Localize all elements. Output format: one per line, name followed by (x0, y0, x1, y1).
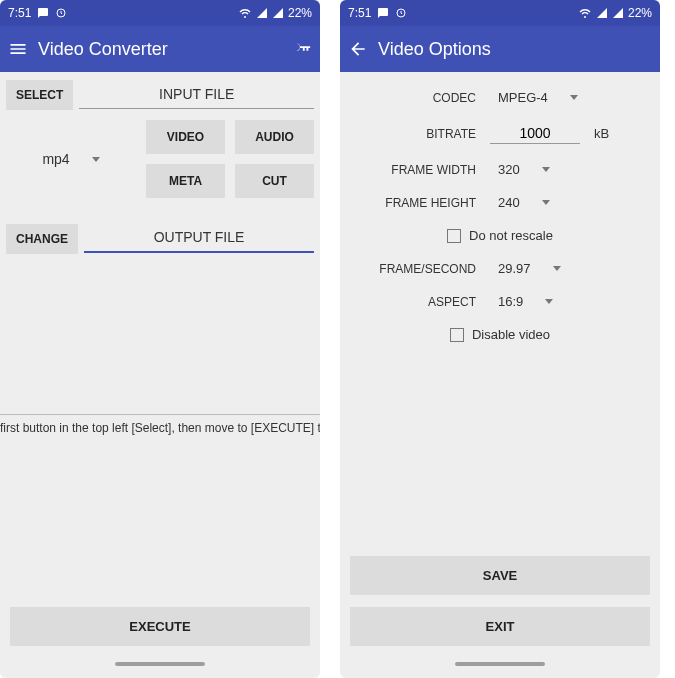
chevron-down-icon (570, 95, 578, 100)
signal2-icon (272, 7, 284, 19)
save-button[interactable]: SAVE (350, 556, 650, 595)
status-battery: 22% (288, 6, 312, 20)
bitrate-input[interactable] (490, 123, 580, 144)
frame-height-label: FRAME HEIGHT (360, 196, 490, 210)
fps-label: FRAME/SECOND (360, 262, 490, 276)
app-bar: Video Converter (0, 26, 320, 72)
fps-select[interactable]: 29.97 (490, 261, 640, 276)
bitrate-unit: kB (594, 126, 624, 141)
key-icon[interactable] (290, 38, 312, 60)
audio-button[interactable]: AUDIO (235, 120, 314, 154)
status-bar: 7:51 22% (340, 0, 660, 26)
disable-video-row[interactable]: Disable video (360, 327, 640, 342)
notification-icon (55, 7, 67, 19)
back-icon[interactable] (348, 39, 368, 59)
screen-video-converter: 7:51 22% Video Converter SELECT INPUT FI… (0, 0, 320, 678)
status-time: 7:51 (348, 6, 371, 20)
frame-width-label: FRAME WIDTH (360, 163, 490, 177)
codec-select[interactable]: MPEG-4 (490, 90, 640, 105)
hint-text: first button in the top left [Select], t… (0, 415, 320, 435)
frame-height-select[interactable]: 240 (490, 195, 640, 210)
message-icon (37, 7, 49, 19)
notification-icon (395, 7, 407, 19)
frame-width-select[interactable]: 320 (490, 162, 640, 177)
select-button[interactable]: SELECT (6, 80, 73, 110)
output-file-field[interactable]: OUTPUT FILE (84, 225, 314, 253)
format-value: mp4 (42, 151, 69, 167)
codec-label: CODEC (360, 91, 490, 105)
input-file-field[interactable]: INPUT FILE (79, 82, 314, 109)
chevron-down-icon (92, 157, 100, 162)
checkbox-icon (447, 229, 461, 243)
codec-value: MPEG-4 (490, 90, 556, 105)
meta-button[interactable]: META (146, 164, 225, 198)
disable-video-label: Disable video (472, 327, 550, 342)
menu-icon[interactable] (8, 39, 28, 59)
status-bar: 7:51 22% (0, 0, 320, 26)
exit-button[interactable]: EXIT (350, 607, 650, 646)
checkbox-icon (450, 328, 464, 342)
status-time: 7:51 (8, 6, 31, 20)
wifi-icon (578, 7, 592, 19)
status-battery: 22% (628, 6, 652, 20)
signal-icon (256, 7, 268, 19)
nav-indicator (115, 662, 205, 666)
app-title: Video Converter (38, 39, 168, 60)
wifi-icon (238, 7, 252, 19)
signal-icon (596, 7, 608, 19)
screen-video-options: 7:51 22% Video Options CODEC MPEG-4 BITR… (340, 0, 660, 678)
change-button[interactable]: CHANGE (6, 224, 78, 254)
chevron-down-icon (542, 200, 550, 205)
chevron-down-icon (542, 167, 550, 172)
message-icon (377, 7, 389, 19)
format-select[interactable]: mp4 (6, 151, 136, 167)
no-rescale-label: Do not rescale (469, 228, 553, 243)
execute-button[interactable]: EXECUTE (10, 607, 310, 646)
nav-indicator (455, 662, 545, 666)
app-bar: Video Options (340, 26, 660, 72)
bitrate-label: BITRATE (360, 127, 490, 141)
aspect-value: 16:9 (490, 294, 531, 309)
aspect-label: ASPECT (360, 295, 490, 309)
aspect-select[interactable]: 16:9 (490, 294, 640, 309)
app-title: Video Options (378, 39, 491, 60)
frame-width-value: 320 (490, 162, 528, 177)
fps-value: 29.97 (490, 261, 539, 276)
video-button[interactable]: VIDEO (146, 120, 225, 154)
cut-button[interactable]: CUT (235, 164, 314, 198)
signal2-icon (612, 7, 624, 19)
chevron-down-icon (545, 299, 553, 304)
chevron-down-icon (553, 266, 561, 271)
frame-height-value: 240 (490, 195, 528, 210)
no-rescale-row[interactable]: Do not rescale (360, 228, 640, 243)
